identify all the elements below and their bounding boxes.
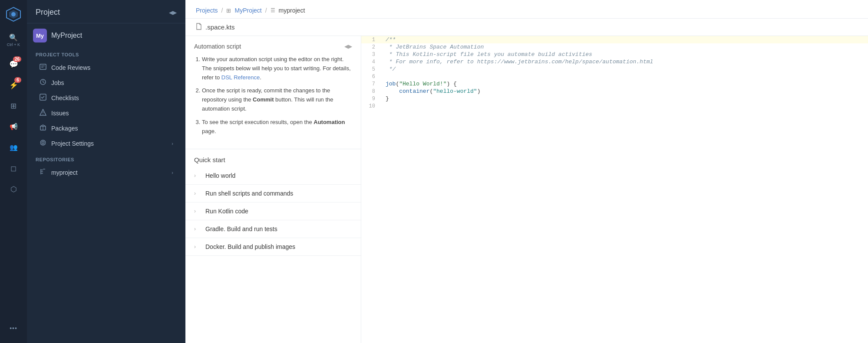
lightning-icon-item[interactable]: ⚡ 6 [4, 75, 23, 95]
code-editor[interactable]: 1 /** 2 * JetBrains Space Automation 3 *… [361, 36, 868, 343]
repo-label: myproject [51, 169, 167, 176]
line-num-4: 4 [361, 58, 382, 65]
qs-run-shell[interactable]: › Run shell scripts and commands [185, 185, 361, 203]
code-reviews-icon [39, 63, 47, 72]
qs-label-5: Docker. Build and publish images [205, 243, 295, 250]
split-pane: Automation script ◀▶ Write your automati… [185, 36, 868, 343]
quick-start-header: Quick start [185, 151, 361, 167]
dsl-reference-link[interactable]: DSL Reference [221, 74, 260, 81]
qs-run-kotlin[interactable]: › Run Kotlin code [185, 203, 361, 220]
sidebar-header: Project ◀▶ [27, 0, 185, 23]
code-reviews-label: Code Reviews [51, 64, 173, 71]
project-name[interactable]: MyProject [51, 32, 82, 39]
code-line-9: 9 } [361, 95, 868, 102]
svg-point-12 [43, 114, 43, 115]
sidebar: Project ◀▶ My MyProject Project Tools Co… [27, 0, 185, 343]
issues-label: Issues [51, 110, 173, 117]
qs-label-4: Gradle. Build and run tests [205, 225, 277, 232]
qs-chevron-2: › [194, 190, 201, 196]
line-content-7: job("Hello World!") { [382, 80, 868, 88]
line-content-6 [382, 73, 868, 80]
panel-header: Automation script ◀▶ [185, 36, 361, 55]
sidebar-expand-icon[interactable]: ◀▶ [169, 10, 177, 16]
line-content-5: */ [382, 65, 868, 73]
cube-icon-item[interactable]: ◻ [4, 159, 23, 178]
sidebar-item-packages[interactable]: Packages [30, 121, 182, 136]
qs-docker[interactable]: › Docker. Build and publish images [185, 238, 361, 256]
sidebar-item-myproject-repo[interactable]: myproject › [30, 165, 182, 180]
qs-label-3: Run Kotlin code [205, 208, 248, 215]
project-settings-chevron: › [172, 141, 173, 146]
main-content: Projects / ⊞ MyProject / ☰ myproject .sp… [185, 0, 868, 343]
search-shortcut: Ctrl + K [7, 42, 20, 47]
code-line-3: 3 * This Kotlin-script file lets you aut… [361, 51, 868, 58]
project-title-row: My MyProject [33, 29, 82, 42]
search-icon-item[interactable]: 🔍 Ctrl + K [4, 29, 23, 51]
line-content-10 [382, 102, 868, 110]
line-num-1: 1 [361, 36, 382, 43]
breadcrumb-projects[interactable]: Projects [196, 7, 218, 14]
line-num-2: 2 [361, 43, 382, 51]
packages-label: Packages [51, 125, 173, 132]
line-content-1: /** [382, 36, 868, 43]
line-num-6: 6 [361, 73, 382, 80]
qs-label-2: Run shell scripts and commands [205, 190, 293, 197]
file-bar: .space.kts [185, 19, 868, 36]
file-name: .space.kts [205, 23, 235, 31]
more-icon: ••• [10, 325, 17, 332]
team-icon-item[interactable]: 👥 [4, 138, 23, 157]
line-content-8: container("hello-world") [382, 88, 868, 95]
breadcrumb: Projects / ⊞ MyProject / ☰ myproject [185, 0, 868, 19]
project-avatar: My [33, 29, 47, 42]
line-num-5: 5 [361, 65, 382, 73]
qs-gradle[interactable]: › Gradle. Build and run tests [185, 220, 361, 238]
sidebar-item-jobs[interactable]: Jobs [30, 75, 182, 90]
app-logo[interactable] [3, 3, 24, 25]
checklists-label: Checklists [51, 95, 173, 101]
team-icon: 👥 [10, 144, 18, 151]
repo-icon [39, 168, 47, 176]
svg-line-8 [43, 82, 44, 83]
panel-divider [185, 149, 361, 149]
repo-chevron: › [172, 170, 173, 175]
sidebar-item-code-reviews[interactable]: Code Reviews [30, 60, 182, 75]
line-num-10: 10 [361, 102, 382, 110]
hexagon-icon-item[interactable]: ⬡ [4, 180, 23, 199]
sidebar-item-project-settings[interactable]: Project Settings › [30, 136, 182, 151]
code-line-7: 7 job("Hello World!") { [361, 80, 868, 88]
instruction-item-2: Once the script is ready, commit the cha… [202, 86, 352, 113]
breadcrumb-myproject[interactable]: MyProject [234, 7, 261, 14]
svg-point-2 [11, 12, 16, 16]
issues-icon [39, 109, 47, 117]
messages-icon-item[interactable]: 💬 26 [4, 55, 23, 74]
megaphone-icon-item[interactable]: 📢 [4, 117, 23, 136]
sidebar-item-issues[interactable]: Issues [30, 105, 182, 121]
search-icon: 🔍 [9, 33, 18, 42]
line-content-2: * JetBrains Space Automation [382, 43, 868, 51]
instruction-item-1: Write your automation script using the e… [202, 55, 352, 82]
more-icon-item[interactable]: ••• [4, 319, 23, 338]
qs-label-1: Hello world [205, 172, 235, 179]
breadcrumb-current: myproject [279, 7, 305, 14]
line-content-4: * For more info, refer to https://www.je… [382, 58, 868, 65]
code-line-4: 4 * For more info, refer to https://www.… [361, 58, 868, 65]
line-content-9: } [382, 95, 868, 102]
qs-chevron-5: › [194, 244, 201, 250]
megaphone-icon: 📢 [10, 123, 18, 131]
grid-icon: ⊞ [10, 101, 17, 111]
repositories-label: Repositories [27, 151, 185, 165]
panel-expand-icon[interactable]: ◀▶ [344, 43, 352, 49]
sidebar-item-checklists[interactable]: Checklists [30, 90, 182, 105]
qs-hello-world[interactable]: › Hello world [185, 167, 361, 185]
grid-icon-item[interactable]: ⊞ [4, 96, 23, 115]
packages-icon [39, 124, 47, 132]
qs-chevron-1: › [194, 173, 201, 179]
line-num-8: 8 [361, 88, 382, 95]
jobs-icon [39, 78, 47, 87]
code-line-8: 8 container("hello-world") [361, 88, 868, 95]
code-line-1: 1 /** [361, 36, 868, 43]
line-num-7: 7 [361, 80, 382, 88]
breadcrumb-sep1: / [221, 7, 223, 14]
qs-chevron-4: › [194, 226, 201, 232]
line-num-3: 3 [361, 51, 382, 58]
